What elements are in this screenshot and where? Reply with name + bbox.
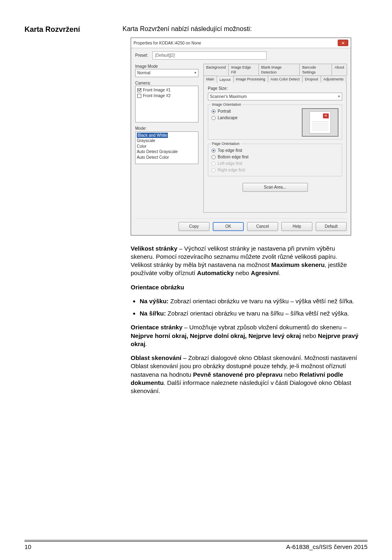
page-orientation-label: Page Orientation: [211, 141, 241, 146]
section-heading-right: Karta Rozvržení nabízí následující možno…: [122, 24, 368, 33]
help-button[interactable]: Help: [281, 222, 312, 231]
checkbox-icon[interactable]: [137, 94, 141, 98]
radio-left-edge-first: Left edge first: [212, 160, 339, 167]
copy-button[interactable]: Copy: [178, 222, 209, 231]
tab-image-processing[interactable]: Image Processing: [233, 76, 268, 82]
page-size-label: Page Size:: [208, 86, 342, 91]
radio-icon: [212, 155, 216, 159]
cancel-button[interactable]: Cancel: [247, 222, 278, 231]
list-item[interactable]: Auto Detect Grayscale: [137, 149, 197, 155]
orientation-preview: R: [302, 108, 339, 137]
tab-dropout[interactable]: Dropout: [302, 76, 321, 82]
image-mode-label: Image Mode: [135, 64, 198, 69]
tab-background[interactable]: Background: [203, 64, 229, 76]
preset-label: Preset:: [135, 53, 148, 58]
radio-icon: [212, 109, 216, 113]
tab-about[interactable]: About: [332, 64, 347, 76]
list-item[interactable]: Color: [137, 144, 197, 149]
tab-main[interactable]: Main: [203, 76, 217, 82]
body-text: Velikost stránky – Výchozí velikost strá…: [131, 244, 359, 396]
list-item: Na výšku: Zobrazí orientaci obrázku ve t…: [140, 297, 359, 305]
tab-barcode-settings[interactable]: Barcode Settings: [299, 64, 332, 76]
scan-area-button[interactable]: Scan Area...: [243, 183, 308, 192]
page-size-combo[interactable]: Scanner's Maximum: [208, 93, 342, 101]
tab-adjustments[interactable]: Adjustments: [321, 76, 347, 82]
list-item[interactable]: Grayscale: [137, 138, 197, 144]
radio-top-edge-first[interactable]: Top edge first: [212, 147, 339, 154]
list-item[interactable]: Auto Detect Color: [137, 155, 197, 160]
radio-icon: [212, 149, 216, 153]
footer-id: A-61838_cs/ISIS červen 2015: [286, 543, 368, 551]
radio-icon: [212, 168, 216, 172]
camera-list[interactable]: Front Image #1 Front Image #2: [135, 86, 198, 122]
page-orientation-group: Page Orientation Top edge first Bottom e…: [208, 144, 342, 176]
image-orientation-label: Image Orientation: [211, 102, 243, 107]
page-number: 10: [24, 543, 31, 551]
default-button[interactable]: Default: [316, 222, 347, 231]
term-page-orientation: Orientace stránky: [131, 324, 183, 331]
camera-label: Camera:: [135, 80, 198, 86]
image-orientation-group: Image Orientation Portrait Landscape R: [208, 104, 342, 140]
term-scan-area: Oblast skenování: [131, 354, 181, 361]
dialog-title: Properties for KODAK i4250 on None: [134, 40, 338, 46]
image-mode-combo[interactable]: Normal: [135, 69, 198, 77]
checkbox-icon[interactable]: [137, 88, 141, 92]
term-page-size: Velikost stránky: [131, 245, 177, 252]
term-image-orientation: Orientace obrázku: [131, 284, 184, 291]
preview-badge-icon: R: [323, 113, 329, 118]
preset-combo[interactable]: [Default][2]: [152, 51, 267, 60]
list-item[interactable]: Front Image #2: [137, 93, 196, 99]
section-heading-left: Karta Rozvržení: [24, 24, 106, 34]
tab-layout[interactable]: Layout: [217, 76, 234, 83]
list-item[interactable]: Front Image #1: [137, 87, 196, 93]
tab-blank-image-detection[interactable]: Blank Image Detection: [258, 64, 300, 76]
close-icon[interactable]: ✕: [338, 40, 348, 46]
mode-label: Mode:: [135, 126, 198, 131]
properties-dialog: Properties for KODAK i4250 on None ✕ Pre…: [131, 38, 351, 235]
mode-list[interactable]: Black and White Grayscale Color Auto Det…: [135, 131, 198, 164]
radio-portrait[interactable]: Portrait: [212, 108, 238, 115]
list-item[interactable]: Black and White: [137, 133, 168, 138]
radio-bottom-edge-first[interactable]: Bottom edge first: [212, 154, 339, 160]
ok-button[interactable]: OK: [213, 222, 244, 231]
radio-right-edge-first: Right edge first: [212, 167, 339, 173]
layout-tab-panel: Page Size: Scanner's Maximum Image Orien…: [203, 82, 347, 213]
radio-icon: [212, 162, 216, 166]
tab-auto-color-detect[interactable]: Auto Color Detect: [268, 76, 303, 82]
list-item: Na šířku: Zobrazí orientaci obrázku ve t…: [140, 309, 359, 318]
tab-image-edge-fill[interactable]: Image Edge Fill: [228, 64, 259, 76]
radio-icon: [212, 116, 216, 120]
radio-landscape[interactable]: Landscape: [212, 115, 238, 121]
